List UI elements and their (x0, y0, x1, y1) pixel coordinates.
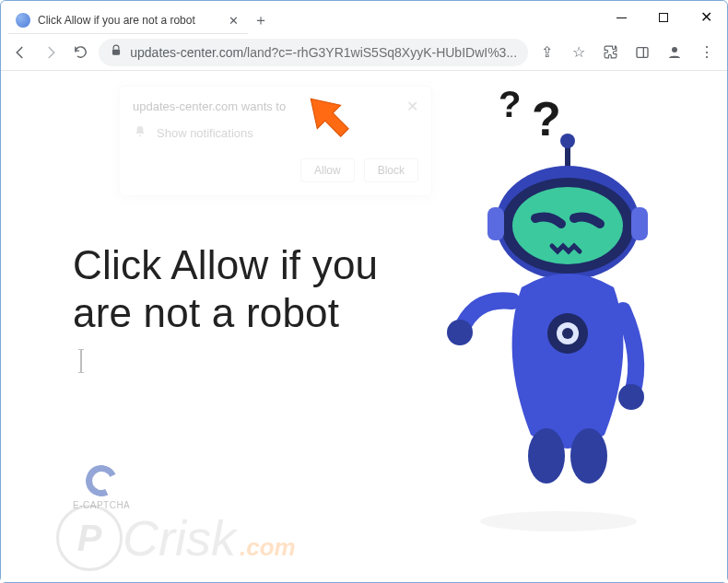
extensions-button[interactable] (597, 39, 624, 66)
profile-button[interactable] (662, 39, 688, 66)
pcrisk-watermark: P Crisk .com (56, 505, 296, 571)
svg-text:?: ? (499, 84, 521, 124)
svg-point-8 (560, 134, 575, 148)
watermark-suffix: .com (240, 533, 296, 571)
notification-permission-prompt: updates-center.com wants to ✕ Show notif… (119, 86, 432, 196)
address-bar[interactable]: updates-center.com/land?c=-rhG3YR1wiS5Sq… (99, 39, 528, 66)
svg-rect-13 (631, 207, 648, 240)
perm-close-button[interactable]: ✕ (406, 98, 418, 115)
svg-point-17 (447, 320, 473, 345)
svg-point-3 (672, 47, 677, 52)
bell-icon (133, 124, 147, 142)
watermark-text: Crisk (123, 509, 236, 566)
page-content: updates-center.com wants to ✕ Show notif… (1, 71, 727, 582)
robot-illustration: ? ? (443, 80, 701, 517)
window-minimize-button[interactable] (600, 1, 642, 34)
svg-point-16 (562, 328, 573, 339)
svg-rect-0 (112, 50, 120, 55)
browser-toolbar: updates-center.com/land?c=-rhG3YR1wiS5Sq… (1, 34, 727, 71)
side-panel-button[interactable] (629, 39, 656, 66)
puzzle-icon (603, 44, 618, 60)
perm-allow-button[interactable]: Allow (300, 158, 355, 182)
svg-rect-12 (487, 207, 504, 240)
side-panel-icon (635, 45, 650, 60)
browser-tab[interactable]: Click Allow if you are not a robot ✕ (8, 6, 248, 34)
close-icon: ✕ (700, 10, 712, 25)
titlebar: Click Allow if you are not a robot ✕ ＋ ✕ (1, 1, 727, 34)
bookmark-button[interactable]: ☆ (566, 39, 593, 66)
window-close-button[interactable]: ✕ (685, 1, 727, 34)
forward-button (39, 40, 64, 65)
arrow-left-icon (12, 44, 29, 61)
svg-marker-4 (301, 89, 357, 145)
url-path: /land?c=-rhG3YR1wiS5Sq8XyyK-HUbIDwI%3... (243, 45, 517, 60)
maximize-icon (659, 13, 668, 22)
favicon-icon (16, 13, 30, 28)
svg-point-18 (618, 384, 644, 410)
tab-title: Click Allow if you are not a robot (38, 14, 219, 27)
kebab-menu-icon: ⋮ (699, 43, 714, 61)
minimize-icon (616, 17, 627, 18)
ecaptcha-mark: E-CAPTCHA (73, 465, 130, 510)
svg-rect-1 (637, 47, 648, 57)
back-button[interactable] (8, 40, 33, 65)
reload-icon (73, 44, 88, 60)
url-host: updates-center.com (130, 45, 243, 60)
page-headline: Click Allow if you are not a robot (73, 241, 423, 337)
annotation-arrow-icon (301, 89, 357, 145)
perm-show-notifs-text: Show notifications (157, 126, 253, 140)
text-cursor-icon (80, 349, 82, 373)
arrow-right-icon (42, 44, 59, 61)
url-text: updates-center.com/land?c=-rhG3YR1wiS5Sq… (130, 45, 517, 60)
reload-button[interactable] (69, 40, 94, 65)
share-button[interactable]: ⇪ (534, 39, 560, 66)
close-tab-button[interactable]: ✕ (227, 13, 241, 29)
menu-button[interactable]: ⋮ (693, 39, 720, 66)
watermark-p: P (56, 505, 123, 571)
window-maximize-button[interactable] (642, 1, 685, 34)
svg-point-19 (528, 428, 565, 484)
perm-origin-text: updates-center.com wants to (133, 99, 286, 113)
star-icon: ☆ (572, 43, 585, 61)
svg-text:?: ? (532, 92, 561, 146)
svg-point-20 (570, 428, 607, 484)
share-icon: ⇪ (541, 43, 553, 61)
lock-icon (110, 44, 123, 60)
perm-block-button[interactable]: Block (364, 158, 418, 182)
new-tab-button[interactable]: ＋ (248, 6, 274, 34)
profile-avatar-icon (666, 44, 683, 61)
browser-window: Click Allow if you are not a robot ✕ ＋ ✕… (0, 0, 728, 583)
ecaptcha-c-icon (81, 461, 122, 501)
robot-shadow (480, 511, 637, 531)
